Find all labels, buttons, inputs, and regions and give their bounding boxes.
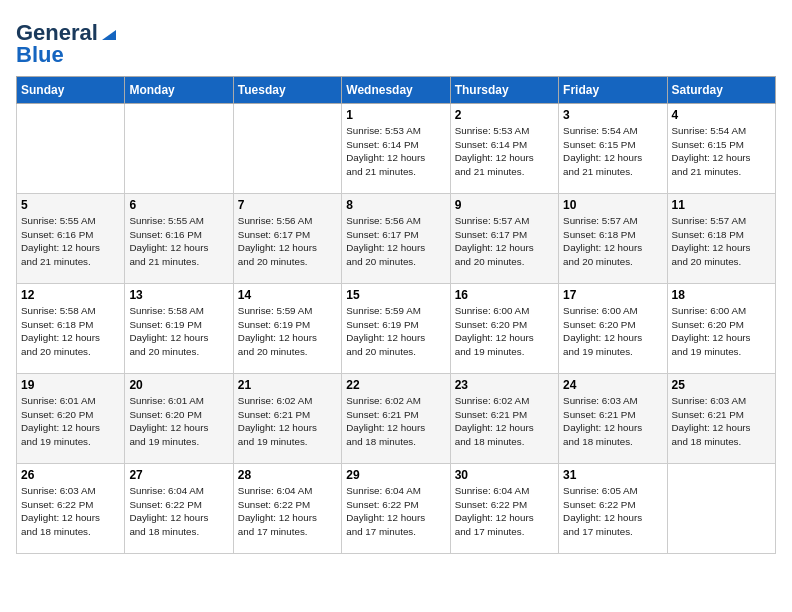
calendar-week-row: 19Sunrise: 6:01 AM Sunset: 6:20 PM Dayli…	[17, 374, 776, 464]
day-info: Sunrise: 6:03 AM Sunset: 6:21 PM Dayligh…	[563, 394, 662, 449]
day-number: 20	[129, 378, 228, 392]
calendar-cell: 4Sunrise: 5:54 AM Sunset: 6:15 PM Daylig…	[667, 104, 775, 194]
day-number: 22	[346, 378, 445, 392]
day-number: 3	[563, 108, 662, 122]
calendar-cell: 11Sunrise: 5:57 AM Sunset: 6:18 PM Dayli…	[667, 194, 775, 284]
calendar-cell: 15Sunrise: 5:59 AM Sunset: 6:19 PM Dayli…	[342, 284, 450, 374]
day-number: 8	[346, 198, 445, 212]
calendar-cell: 17Sunrise: 6:00 AM Sunset: 6:20 PM Dayli…	[559, 284, 667, 374]
day-info: Sunrise: 6:00 AM Sunset: 6:20 PM Dayligh…	[672, 304, 771, 359]
day-info: Sunrise: 5:59 AM Sunset: 6:19 PM Dayligh…	[346, 304, 445, 359]
calendar-table: SundayMondayTuesdayWednesdayThursdayFrid…	[16, 76, 776, 554]
calendar-cell: 18Sunrise: 6:00 AM Sunset: 6:20 PM Dayli…	[667, 284, 775, 374]
header-friday: Friday	[559, 77, 667, 104]
header-sunday: Sunday	[17, 77, 125, 104]
page-header: General Blue	[16, 16, 776, 68]
calendar-cell	[233, 104, 341, 194]
day-info: Sunrise: 6:03 AM Sunset: 6:21 PM Dayligh…	[672, 394, 771, 449]
logo: General Blue	[16, 20, 120, 68]
header-wednesday: Wednesday	[342, 77, 450, 104]
calendar-cell: 22Sunrise: 6:02 AM Sunset: 6:21 PM Dayli…	[342, 374, 450, 464]
day-number: 16	[455, 288, 554, 302]
day-info: Sunrise: 6:04 AM Sunset: 6:22 PM Dayligh…	[455, 484, 554, 539]
day-number: 29	[346, 468, 445, 482]
calendar-cell: 23Sunrise: 6:02 AM Sunset: 6:21 PM Dayli…	[450, 374, 558, 464]
day-info: Sunrise: 5:54 AM Sunset: 6:15 PM Dayligh…	[672, 124, 771, 179]
calendar-cell: 12Sunrise: 5:58 AM Sunset: 6:18 PM Dayli…	[17, 284, 125, 374]
day-number: 19	[21, 378, 120, 392]
day-info: Sunrise: 6:05 AM Sunset: 6:22 PM Dayligh…	[563, 484, 662, 539]
calendar-cell: 20Sunrise: 6:01 AM Sunset: 6:20 PM Dayli…	[125, 374, 233, 464]
day-info: Sunrise: 5:57 AM Sunset: 6:18 PM Dayligh…	[563, 214, 662, 269]
calendar-week-row: 12Sunrise: 5:58 AM Sunset: 6:18 PM Dayli…	[17, 284, 776, 374]
day-info: Sunrise: 6:04 AM Sunset: 6:22 PM Dayligh…	[129, 484, 228, 539]
day-info: Sunrise: 5:58 AM Sunset: 6:18 PM Dayligh…	[21, 304, 120, 359]
calendar-cell: 5Sunrise: 5:55 AM Sunset: 6:16 PM Daylig…	[17, 194, 125, 284]
day-number: 25	[672, 378, 771, 392]
calendar-header-row: SundayMondayTuesdayWednesdayThursdayFrid…	[17, 77, 776, 104]
calendar-cell: 21Sunrise: 6:02 AM Sunset: 6:21 PM Dayli…	[233, 374, 341, 464]
day-info: Sunrise: 5:54 AM Sunset: 6:15 PM Dayligh…	[563, 124, 662, 179]
calendar-cell: 6Sunrise: 5:55 AM Sunset: 6:16 PM Daylig…	[125, 194, 233, 284]
calendar-cell: 16Sunrise: 6:00 AM Sunset: 6:20 PM Dayli…	[450, 284, 558, 374]
day-number: 18	[672, 288, 771, 302]
day-info: Sunrise: 6:02 AM Sunset: 6:21 PM Dayligh…	[238, 394, 337, 449]
day-info: Sunrise: 5:59 AM Sunset: 6:19 PM Dayligh…	[238, 304, 337, 359]
logo-blue: Blue	[16, 42, 64, 68]
day-info: Sunrise: 5:55 AM Sunset: 6:16 PM Dayligh…	[129, 214, 228, 269]
day-number: 26	[21, 468, 120, 482]
day-number: 23	[455, 378, 554, 392]
calendar-cell: 13Sunrise: 5:58 AM Sunset: 6:19 PM Dayli…	[125, 284, 233, 374]
calendar-cell: 31Sunrise: 6:05 AM Sunset: 6:22 PM Dayli…	[559, 464, 667, 554]
day-number: 21	[238, 378, 337, 392]
calendar-cell: 19Sunrise: 6:01 AM Sunset: 6:20 PM Dayli…	[17, 374, 125, 464]
calendar-cell: 2Sunrise: 5:53 AM Sunset: 6:14 PM Daylig…	[450, 104, 558, 194]
day-number: 28	[238, 468, 337, 482]
calendar-week-row: 26Sunrise: 6:03 AM Sunset: 6:22 PM Dayli…	[17, 464, 776, 554]
day-number: 4	[672, 108, 771, 122]
day-number: 5	[21, 198, 120, 212]
calendar-cell: 8Sunrise: 5:56 AM Sunset: 6:17 PM Daylig…	[342, 194, 450, 284]
day-number: 7	[238, 198, 337, 212]
day-number: 2	[455, 108, 554, 122]
day-info: Sunrise: 5:58 AM Sunset: 6:19 PM Dayligh…	[129, 304, 228, 359]
day-number: 1	[346, 108, 445, 122]
day-number: 15	[346, 288, 445, 302]
header-saturday: Saturday	[667, 77, 775, 104]
day-info: Sunrise: 5:56 AM Sunset: 6:17 PM Dayligh…	[238, 214, 337, 269]
day-number: 30	[455, 468, 554, 482]
calendar-cell	[667, 464, 775, 554]
day-number: 17	[563, 288, 662, 302]
calendar-cell: 26Sunrise: 6:03 AM Sunset: 6:22 PM Dayli…	[17, 464, 125, 554]
calendar-cell: 24Sunrise: 6:03 AM Sunset: 6:21 PM Dayli…	[559, 374, 667, 464]
header-tuesday: Tuesday	[233, 77, 341, 104]
day-info: Sunrise: 6:00 AM Sunset: 6:20 PM Dayligh…	[563, 304, 662, 359]
calendar-cell	[17, 104, 125, 194]
day-info: Sunrise: 5:53 AM Sunset: 6:14 PM Dayligh…	[346, 124, 445, 179]
calendar-cell: 28Sunrise: 6:04 AM Sunset: 6:22 PM Dayli…	[233, 464, 341, 554]
calendar-cell: 14Sunrise: 5:59 AM Sunset: 6:19 PM Dayli…	[233, 284, 341, 374]
day-info: Sunrise: 6:02 AM Sunset: 6:21 PM Dayligh…	[346, 394, 445, 449]
calendar-cell: 3Sunrise: 5:54 AM Sunset: 6:15 PM Daylig…	[559, 104, 667, 194]
calendar-cell: 9Sunrise: 5:57 AM Sunset: 6:17 PM Daylig…	[450, 194, 558, 284]
header-monday: Monday	[125, 77, 233, 104]
calendar-cell: 27Sunrise: 6:04 AM Sunset: 6:22 PM Dayli…	[125, 464, 233, 554]
calendar-cell: 29Sunrise: 6:04 AM Sunset: 6:22 PM Dayli…	[342, 464, 450, 554]
day-number: 31	[563, 468, 662, 482]
calendar-cell: 10Sunrise: 5:57 AM Sunset: 6:18 PM Dayli…	[559, 194, 667, 284]
calendar-cell: 25Sunrise: 6:03 AM Sunset: 6:21 PM Dayli…	[667, 374, 775, 464]
day-number: 24	[563, 378, 662, 392]
day-info: Sunrise: 5:55 AM Sunset: 6:16 PM Dayligh…	[21, 214, 120, 269]
calendar-week-row: 5Sunrise: 5:55 AM Sunset: 6:16 PM Daylig…	[17, 194, 776, 284]
day-number: 6	[129, 198, 228, 212]
logo-arrow-icon	[98, 22, 120, 44]
day-info: Sunrise: 6:02 AM Sunset: 6:21 PM Dayligh…	[455, 394, 554, 449]
calendar-cell	[125, 104, 233, 194]
day-info: Sunrise: 5:53 AM Sunset: 6:14 PM Dayligh…	[455, 124, 554, 179]
calendar-week-row: 1Sunrise: 5:53 AM Sunset: 6:14 PM Daylig…	[17, 104, 776, 194]
day-info: Sunrise: 6:01 AM Sunset: 6:20 PM Dayligh…	[21, 394, 120, 449]
day-info: Sunrise: 6:04 AM Sunset: 6:22 PM Dayligh…	[346, 484, 445, 539]
day-number: 13	[129, 288, 228, 302]
day-number: 14	[238, 288, 337, 302]
day-info: Sunrise: 6:03 AM Sunset: 6:22 PM Dayligh…	[21, 484, 120, 539]
